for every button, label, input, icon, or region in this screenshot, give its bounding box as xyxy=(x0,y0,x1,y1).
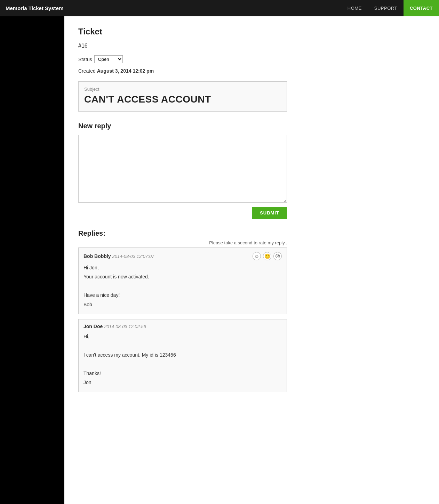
rating-neutral-icon[interactable]: 😐 xyxy=(263,252,271,260)
ticket-id: #16 xyxy=(78,43,425,49)
reply-card: Bob Bobbly 2014-08-03 12:07:07 ☺ 😐 ☹ Hi … xyxy=(78,247,287,314)
reply-textarea[interactable] xyxy=(78,135,287,203)
page-wrapper: Ticket #16 Status Open Closed Pending Cr… xyxy=(0,0,439,504)
status-row: Status Open Closed Pending xyxy=(78,55,425,63)
reply-line: Thanks! xyxy=(83,369,282,377)
created-row: Created August 3, 2014 12:02 pm xyxy=(78,68,425,74)
reply-line xyxy=(83,282,282,290)
reply-body: Hi, I can't access my account. My id is … xyxy=(83,333,282,386)
reply-line xyxy=(83,360,282,368)
reply-date: 2014-08-03 12:07:07 xyxy=(112,254,154,259)
nav-home[interactable]: HOME xyxy=(341,0,368,16)
reply-line: Hi, xyxy=(83,333,282,340)
rating-happy-icon[interactable]: ☺ xyxy=(253,252,261,260)
reply-line: Bob xyxy=(83,301,282,308)
rate-note: Please take a second to rate my reply.. xyxy=(78,240,287,245)
subject-box: Subject CAN'T ACCESS ACCOUNT xyxy=(78,81,287,112)
nav-support[interactable]: SUPPORT xyxy=(368,0,404,16)
reply-body: Hi Jon, Your account is now activated. H… xyxy=(83,264,282,308)
reply-author: Bob Bobbly 2014-08-03 12:07:07 xyxy=(83,253,154,259)
reply-author-name: Bob Bobbly xyxy=(83,253,112,259)
subject-label: Subject xyxy=(84,87,281,92)
subject-value: CAN'T ACCESS ACCOUNT xyxy=(84,94,281,105)
site-title: Memoria Ticket System xyxy=(6,5,63,11)
main-content: Ticket #16 Status Open Closed Pending Cr… xyxy=(64,16,439,504)
reply-line: Have a nice day! xyxy=(83,291,282,299)
reply-author-name: Jon Doe xyxy=(83,324,104,329)
reply-card: Jon Doe 2014-08-03 12:02:56 Hi, I can't … xyxy=(78,319,287,392)
header: Memoria Ticket System HOME SUPPORT CONTA… xyxy=(0,0,439,16)
reply-header: Bob Bobbly 2014-08-03 12:07:07 ☺ 😐 ☹ xyxy=(83,252,282,260)
status-select[interactable]: Open Closed Pending xyxy=(94,55,123,63)
sidebar xyxy=(0,16,64,504)
reply-line: Hi Jon, xyxy=(83,264,282,271)
reply-date: 2014-08-03 12:02:56 xyxy=(104,324,146,329)
new-reply-title: New reply xyxy=(78,122,425,130)
replies-title: Replies: xyxy=(78,229,425,237)
created-date: August 3, 2014 12:02 pm xyxy=(97,68,154,74)
reply-rating: ☺ 😐 ☹ xyxy=(253,252,282,260)
reply-line: Your account is now activated. xyxy=(83,273,282,281)
reply-line: I can't access my account. My id is 1234… xyxy=(83,351,282,359)
status-label: Status xyxy=(78,57,92,62)
reply-header: Jon Doe 2014-08-03 12:02:56 xyxy=(83,324,282,329)
submit-row: SUBMIT xyxy=(78,207,287,219)
nav-contact[interactable]: CONTACT xyxy=(404,0,439,16)
reply-line: Jon xyxy=(83,379,282,386)
created-label: Created xyxy=(78,68,97,74)
reply-author: Jon Doe 2014-08-03 12:02:56 xyxy=(83,324,146,329)
page-title: Ticket xyxy=(78,27,425,36)
main-nav: HOME SUPPORT CONTACT xyxy=(341,0,439,16)
rating-sad-icon[interactable]: ☹ xyxy=(273,252,282,260)
submit-button[interactable]: SUBMIT xyxy=(252,207,287,219)
reply-line xyxy=(83,342,282,349)
